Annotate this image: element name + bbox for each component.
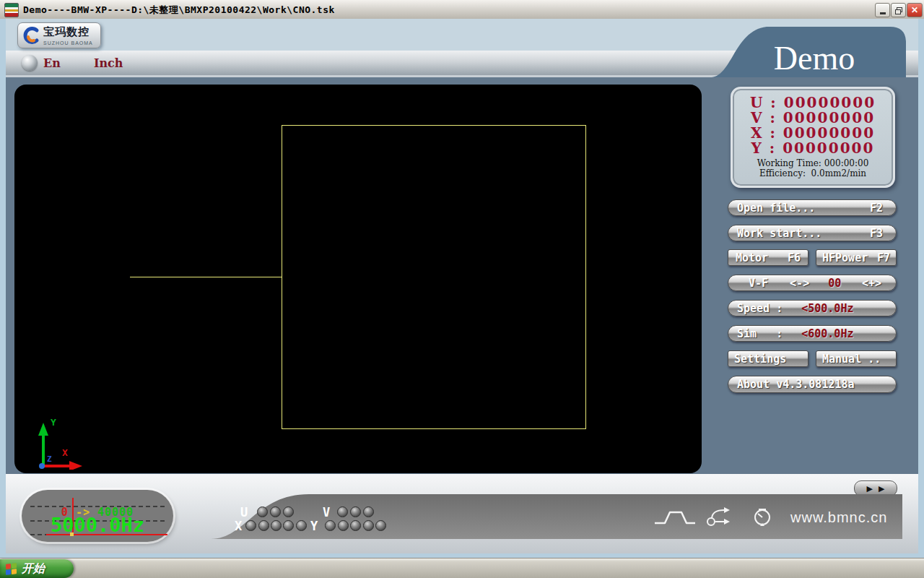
- efficiency: Efficiency: 0.0mm2/min: [759, 168, 866, 178]
- play-icon: ▶: [867, 484, 873, 493]
- restore-icon: [895, 7, 902, 13]
- axis-y-label: Y: [51, 417, 56, 428]
- v-lamp: [337, 506, 348, 517]
- vf-increase-button[interactable]: <+>: [862, 277, 881, 290]
- x-lamp: [258, 520, 269, 531]
- about-button[interactable]: About v4.3.081218a: [728, 376, 897, 393]
- y-lamp: [325, 520, 336, 531]
- lamp-label-y: Y: [310, 519, 318, 533]
- meter-icon[interactable]: [752, 507, 772, 527]
- speed-button[interactable]: Speed : <500.0Hz: [728, 300, 897, 316]
- u-lamp: [257, 506, 268, 517]
- lamp-label-v: V: [323, 505, 330, 519]
- y-lamp: [338, 520, 349, 531]
- brand-name-cn: 宝玛数控: [43, 25, 93, 39]
- x-lamp: [283, 520, 294, 531]
- coord-row-x: X : 00000000: [751, 126, 875, 141]
- speed-value: <500.0Hz: [801, 302, 853, 315]
- minimize-button[interactable]: [875, 3, 890, 17]
- axis-z-label: Z: [47, 454, 52, 464]
- y-lamp: [375, 520, 386, 531]
- axis-x-label: X: [62, 447, 68, 458]
- coordinate-display: U : 00000000 V : 00000000 X : 00000000 Y…: [731, 87, 895, 188]
- working-time: Working Time: 000:00:00: [757, 158, 869, 168]
- language-label[interactable]: En: [43, 56, 61, 70]
- app-window: 宝玛数控 SUZHOU BAOMA En Inch Demo Y X Z: [0, 19, 924, 558]
- taskbar: 开始 Windo... ✉ 2 Ou... 2 QQ...: [0, 558, 924, 578]
- x-lamp: [296, 520, 307, 531]
- app-icon: [4, 3, 19, 17]
- axis-indicator: Y X Z: [20, 415, 89, 470]
- vf-value: 00: [828, 277, 841, 290]
- wire-path-icon[interactable]: [706, 506, 732, 527]
- coord-row-y: Y : 00000000: [751, 141, 875, 156]
- brand-name-en: SUZHOU BAOMA: [43, 40, 93, 46]
- baoma-logo-icon: [22, 26, 41, 45]
- titlebar: Demo----BMW-XP----D:\未整理\BMXP20100422\Wo…: [0, 0, 924, 20]
- speed-gauge: 0 -> 40000 5000.0Hz: [22, 490, 173, 542]
- u-lamp: [270, 506, 281, 517]
- work-start-button[interactable]: Work start... F3: [728, 225, 897, 241]
- website-link: www.bmnc.cn: [790, 509, 887, 526]
- v-lamp: [363, 506, 374, 517]
- language-toggle-icon[interactable]: [22, 55, 38, 71]
- unit-label[interactable]: Inch: [94, 56, 123, 70]
- vf-stepper[interactable]: V-F <-> 00 <+>: [728, 275, 897, 291]
- settings-button[interactable]: Settings: [728, 350, 808, 367]
- x-lamp: [271, 520, 282, 531]
- manual-button[interactable]: Manual ..: [816, 350, 897, 367]
- start-button[interactable]: 开始: [0, 559, 74, 578]
- program-lead-in-line: [130, 277, 282, 277]
- minimize-icon: [880, 12, 886, 14]
- coord-row-v: V : 00000000: [751, 111, 875, 126]
- pulse-wave-icon[interactable]: [653, 509, 697, 526]
- close-icon: ✕: [911, 5, 918, 15]
- x-lamp: [245, 520, 256, 531]
- close-button[interactable]: ✕: [907, 3, 923, 17]
- window-title: Demo----BMW-XP----D:\未整理\BMXP20100422\Wo…: [23, 4, 335, 17]
- restore-button[interactable]: [891, 3, 906, 17]
- windows-logo-icon: [6, 563, 17, 575]
- sim-button[interactable]: Sim : <600.0Hz: [728, 325, 897, 342]
- vf-decrease-button[interactable]: <->: [790, 277, 809, 290]
- motor-button[interactable]: Motor F6: [728, 249, 808, 266]
- u-lamp: [283, 506, 294, 517]
- gauge-value: 5000.0Hz: [22, 514, 173, 536]
- y-lamp: [363, 520, 374, 531]
- screen: Demo----BMW-XP----D:\未整理\BMXP20100422\Wo…: [0, 0, 924, 578]
- play-icon: ▶: [879, 484, 884, 493]
- open-file-button[interactable]: Open file... F2: [728, 199, 897, 216]
- sim-value: <600.0Hz: [801, 327, 853, 340]
- coord-row-u: U : 00000000: [750, 95, 876, 111]
- lamp-label-x: X: [235, 519, 242, 533]
- hfpower-button[interactable]: HFPower F7: [816, 249, 897, 266]
- drawing-canvas[interactable]: Y X Z: [14, 85, 702, 473]
- program-path-rect: [282, 125, 586, 429]
- lamp-label-u: U: [240, 505, 248, 519]
- app-mode-title: Demo: [764, 39, 865, 77]
- y-lamp: [350, 520, 361, 531]
- brand-logo-button[interactable]: 宝玛数控 SUZHOU BAOMA: [17, 22, 101, 48]
- v-lamp: [350, 506, 361, 517]
